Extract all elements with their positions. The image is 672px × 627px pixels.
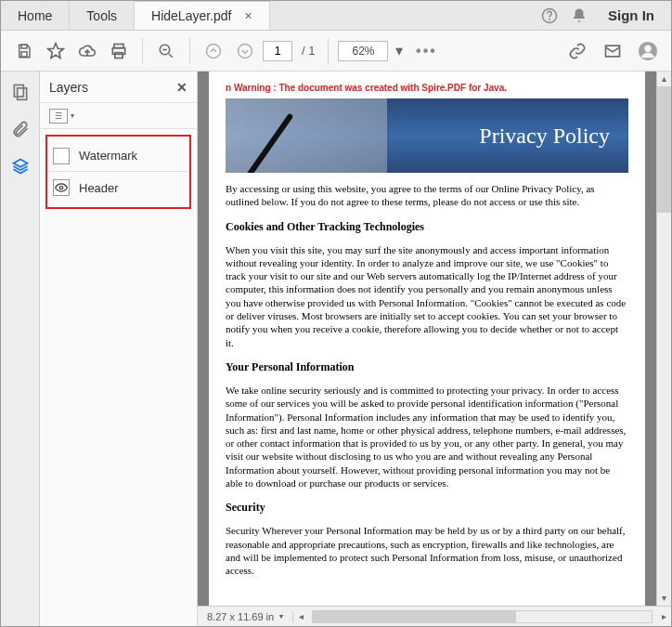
horizontal-scrollbar[interactable] [312, 610, 653, 623]
layers-panel: Layers ✕ ☰ ▾ Watermark Header [40, 72, 198, 626]
page-dimensions: 8.27 x 11.69 in ▾ [198, 611, 293, 622]
thumbnails-icon[interactable] [7, 79, 33, 105]
more-icon[interactable]: ••• [412, 37, 440, 65]
tab-tools[interactable]: Tools [70, 1, 135, 30]
tab-file-label: HideLayer.pdf [151, 8, 231, 23]
layers-icon[interactable] [7, 153, 33, 179]
mail-icon[interactable] [599, 37, 627, 65]
tabs-bar: Home Tools HideLayer.pdf × Sign In [1, 1, 671, 31]
document-area: n Warning : The document was created wit… [198, 72, 671, 626]
page-up-icon[interactable] [200, 37, 227, 65]
document-page: n Warning : The document was created wit… [209, 72, 645, 606]
document-scroll[interactable]: n Warning : The document was created wit… [198, 72, 656, 606]
scroll-right-icon[interactable]: ▸ [656, 611, 671, 621]
svg-rect-3 [21, 51, 27, 56]
svg-point-10 [207, 44, 221, 58]
main-area: Layers ✕ ☰ ▾ Watermark Header n Wa [1, 72, 671, 626]
svg-point-11 [239, 44, 252, 58]
layer-name: Header [79, 181, 119, 195]
svg-point-17 [59, 186, 63, 189]
bell-icon[interactable] [571, 7, 588, 24]
save-icon[interactable] [10, 37, 38, 65]
attachments-icon[interactable] [7, 116, 33, 142]
svg-rect-2 [21, 45, 27, 48]
svg-point-14 [644, 45, 651, 51]
page-total: / 1 [302, 44, 315, 58]
svg-rect-15 [14, 85, 23, 98]
nav-rail [1, 72, 40, 626]
link-icon[interactable] [563, 37, 591, 65]
page-number-input[interactable] [263, 41, 292, 61]
paragraph-cookies: When you visit this site, you may surf t… [226, 243, 628, 349]
layer-name: Watermark [79, 149, 137, 163]
zoom-out-icon[interactable] [152, 37, 180, 65]
help-icon[interactable] [541, 7, 558, 24]
banner-image: Privacy Policy [226, 98, 628, 173]
tab-file[interactable]: HideLayer.pdf × [135, 1, 270, 30]
heading-security: Security [226, 501, 628, 515]
vertical-scrollbar[interactable]: ▴ ▾ [656, 72, 671, 606]
print-icon[interactable] [105, 37, 133, 65]
layer-item-header[interactable]: Header [49, 172, 187, 203]
chevron-down-icon[interactable]: ▾ [279, 612, 283, 620]
intro-paragraph: By accessing or using this website, you … [226, 182, 628, 209]
paragraph-security: Security Wherever your Personal Informat… [226, 524, 628, 577]
status-bar: 8.27 x 11.69 in ▾ ◂ ▸ [198, 606, 671, 626]
svg-point-1 [549, 19, 550, 20]
scroll-left-icon[interactable]: ◂ [293, 611, 308, 621]
layers-title: Layers [49, 80, 88, 95]
toolbar: / 1 62% ▾ ••• [1, 31, 671, 72]
account-icon[interactable] [634, 37, 662, 65]
page-down-icon[interactable] [231, 37, 259, 65]
close-icon[interactable]: ✕ [176, 80, 187, 95]
paragraph-personal: We take online security seriously and is… [226, 384, 628, 490]
cloud-upload-icon[interactable] [73, 37, 101, 65]
sign-in-button[interactable]: Sign In [601, 7, 662, 23]
layers-list: Watermark Header [45, 135, 191, 209]
layers-options-icon[interactable]: ☰ [49, 109, 68, 124]
chevron-down-icon[interactable]: ▾ [71, 111, 74, 120]
banner-title: Privacy Policy [479, 124, 610, 149]
heading-personal: Your Personal Information [226, 360, 628, 374]
star-icon[interactable] [42, 37, 70, 65]
warning-text: n Warning : The document was created wit… [226, 83, 628, 93]
visibility-checkbox[interactable] [53, 148, 70, 164]
zoom-level[interactable]: 62% [338, 41, 388, 61]
svg-rect-16 [17, 88, 26, 100]
svg-line-8 [169, 54, 173, 58]
tab-home[interactable]: Home [1, 1, 70, 30]
chevron-down-icon[interactable]: ▾ [395, 42, 408, 59]
layer-item-watermark[interactable]: Watermark [49, 140, 187, 172]
visibility-checkbox[interactable] [53, 179, 70, 196]
heading-cookies: Cookies and Other Tracking Technologies [226, 220, 628, 234]
scroll-up-icon[interactable]: ▴ [657, 72, 671, 86]
close-icon[interactable]: × [244, 8, 252, 23]
scroll-down-icon[interactable]: ▾ [657, 591, 671, 606]
